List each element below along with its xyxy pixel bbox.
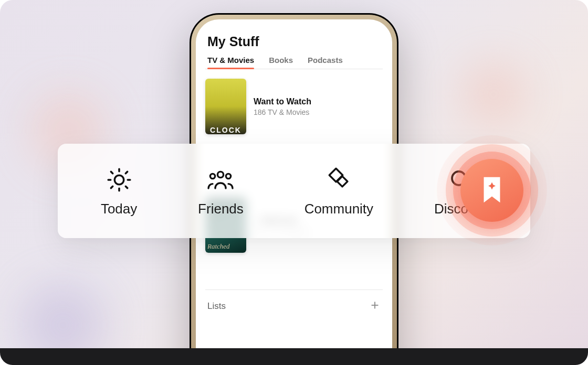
decorative-blob [462,63,525,126]
list-item[interactable]: CLOCK Want to Watch 186 TV & Movies [205,79,383,134]
group-icon [206,165,235,195]
app-preview-canvas: My Stuff TV & Movies Books Podcasts CLOC… [0,0,588,365]
tabbar-item-friends[interactable]: Friends [198,165,244,217]
content-tabs: TV & Movies Books Podcasts [205,56,383,69]
plus-icon [369,299,381,311]
svg-line-5 [111,171,112,173]
poster-caption: CLOCK [210,126,242,134]
tabbar-item-label: Community [304,201,373,217]
svg-point-2 [114,175,124,185]
svg-point-13 [226,174,231,178]
page-title: My Stuff [205,34,383,49]
lists-section-label: Lists [207,301,226,312]
tab-podcasts[interactable]: Podcasts [308,56,343,69]
list-item-meta: Want to Watch 186 TV & Movies [254,97,311,116]
list-item-subtitle: 186 TV & Movies [254,108,311,116]
svg-rect-14 [330,168,343,181]
tabbar-item-today[interactable]: Today [101,165,137,217]
bookmark-fab[interactable] [460,159,523,222]
tabbar-item-label: Friends [198,201,244,217]
diamonds-icon [324,165,353,195]
poster-caption: Ratched [207,242,230,251]
fab-halo [437,135,547,245]
poster-thumbnail: CLOCK [205,79,246,134]
list-item-title: Want to Watch [254,97,311,106]
svg-line-9 [111,186,112,188]
tabbar-item-label: Today [101,201,137,217]
sun-icon [104,165,134,195]
svg-rect-15 [337,176,348,187]
svg-line-10 [125,171,127,173]
tabbar-item-community[interactable]: Community [304,165,373,217]
tab-tv-movies[interactable]: TV & Movies [207,56,254,69]
svg-point-12 [211,174,215,178]
tab-books[interactable]: Books [269,56,293,69]
bookmark-sparkle-icon [479,175,505,206]
footer-bar [0,348,588,365]
lists-section: Lists [205,289,383,313]
svg-line-6 [125,186,127,188]
svg-point-11 [218,171,224,177]
add-list-button[interactable] [369,299,381,313]
